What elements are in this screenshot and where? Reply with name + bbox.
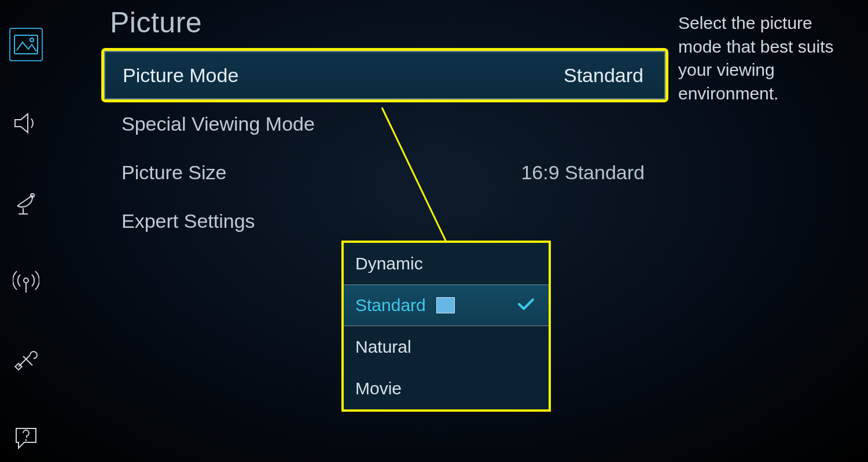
help-bubble-icon: [13, 426, 39, 449]
row-label: Special Viewing Mode: [122, 113, 315, 135]
dropdown-option-label: Movie: [355, 379, 402, 398]
sidebar-item-picture[interactable]: [9, 28, 43, 61]
energy-star-icon: [436, 297, 455, 313]
row-label: Picture Size: [122, 161, 226, 184]
broadcast-antenna-icon: [13, 267, 39, 294]
row-special-viewing-mode[interactable]: Special Viewing Mode: [104, 99, 665, 148]
check-icon: [517, 295, 535, 315]
sidebar-rail: [0, 0, 52, 462]
dropdown-option-movie[interactable]: Movie: [344, 368, 549, 409]
help-text: Select the picture mode that best suits …: [678, 12, 858, 105]
sidebar-item-support[interactable]: [9, 421, 43, 454]
dropdown-option-natural[interactable]: Natural: [344, 326, 549, 368]
row-value: 16:9 Standard: [521, 161, 645, 184]
row-picture-mode[interactable]: Picture Mode Standard: [104, 51, 665, 99]
satellite-dish-icon: [13, 189, 39, 215]
settings-rows: Picture Mode Standard Special Viewing Mo…: [104, 51, 665, 245]
svg-point-1: [30, 38, 34, 42]
row-value: Standard: [564, 64, 643, 87]
dropdown-option-dynamic[interactable]: Dynamic: [344, 243, 549, 284]
row-label: Expert Settings: [122, 210, 255, 232]
sidebar-item-system[interactable]: [9, 342, 43, 376]
svg-marker-2: [15, 114, 28, 132]
svg-point-6: [24, 278, 28, 283]
dropdown-option-label: Dynamic: [355, 254, 423, 273]
sidebar-item-sound[interactable]: [9, 106, 43, 140]
sidebar-item-network[interactable]: [9, 264, 43, 297]
page-title: Picture: [110, 6, 665, 39]
picture-icon: [13, 34, 39, 55]
settings-panel: Picture Picture Mode Standard Special Vi…: [104, 6, 665, 245]
sidebar-item-broadcast[interactable]: [9, 185, 43, 219]
row-picture-size[interactable]: Picture Size 16:9 Standard: [104, 148, 665, 197]
dropdown-option-standard[interactable]: Standard: [344, 284, 549, 326]
picture-mode-dropdown: Dynamic Standard Natural Movie: [341, 241, 551, 412]
svg-rect-0: [14, 35, 38, 54]
row-expert-settings[interactable]: Expert Settings: [104, 197, 665, 245]
dropdown-option-label: Natural: [355, 337, 411, 357]
tools-icon: [13, 346, 39, 372]
dropdown-option-label: Standard: [355, 295, 426, 315]
row-label: Picture Mode: [123, 64, 238, 87]
svg-point-9: [25, 439, 27, 441]
speaker-icon: [13, 112, 39, 135]
